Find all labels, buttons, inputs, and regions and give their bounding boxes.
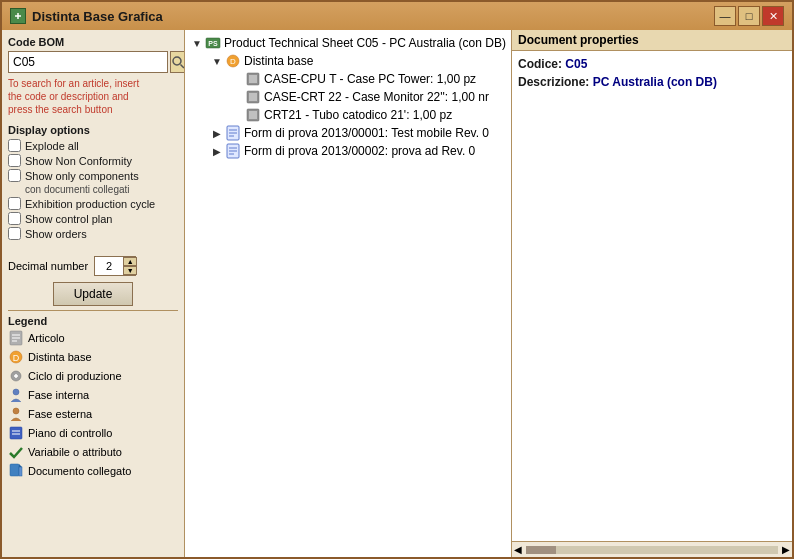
decimal-row: Decimal number ▲ ▼ [8,256,178,276]
svg-rect-28 [249,111,257,119]
descrizione-line: Descrizione: PC Australia (con DB) [518,75,786,89]
decimal-spinner: ▲ ▼ [94,256,136,276]
svg-point-13 [13,408,19,414]
components-label[interactable]: Show only components [25,170,139,182]
nonconf-label[interactable]: Show Non Conformity [25,155,132,167]
orders-checkbox[interactable] [8,227,21,240]
legend-fase-interna-label: Fase interna [28,389,89,401]
decimal-label: Decimal number [8,260,88,272]
svg-text:D: D [230,57,236,66]
spin-buttons: ▲ ▼ [123,257,137,275]
legend-item-articolo: Articolo [8,330,178,346]
legend-item-distinta: D Distinta base [8,349,178,365]
horizontal-scrollbar[interactable]: ◀ ▶ [512,541,792,557]
search-row [8,51,178,73]
tree-text-2: CASE-CPU T - Case PC Tower: 1,00 pz [264,72,476,86]
tree-item-1[interactable]: ▼ D Distinta base [189,52,507,70]
legend-item-piano: Piano di controllo [8,425,178,441]
option-nonconf-row: Show Non Conformity [8,154,178,167]
display-options-label: Display options [8,124,178,136]
left-panel: Code BOM To search for an article, inser… [2,30,185,557]
tree-text-6: Form di prova 2013/00002: prova ad Rev. … [244,144,475,158]
svg-rect-18 [19,467,22,476]
option-orders-row: Show orders [8,227,178,240]
right-panel: Document properties Codice: C05 Descrizi… [512,30,792,557]
svg-rect-26 [249,93,257,101]
minimize-button[interactable]: — [714,6,736,26]
doc-props-content: Codice: C05 Descrizione: PC Australia (c… [512,51,792,541]
explode-checkbox[interactable] [8,139,21,152]
expand-2: ▶ [229,71,245,87]
tree-text-3: CASE-CRT 22 - Case Monitor 22'': 1,00 nr [264,90,489,104]
expand-4: ▶ [229,107,245,123]
scroll-thumb[interactable] [526,546,556,554]
tree-item-4[interactable]: ▶ CRT21 - Tubo catodico 21': 1,00 pz [189,106,507,124]
tree-item-0[interactable]: ▼ PS Product Technical Sheet C05 - PC Au… [189,34,507,52]
distinta-tree-icon: D [225,53,241,69]
scroll-left-btn[interactable]: ◀ [514,544,522,555]
svg-point-12 [13,389,19,395]
legend-item-documento: Documento collegato [8,463,178,479]
main-content: Code BOM To search for an article, inser… [2,30,792,557]
nonconf-checkbox[interactable] [8,154,21,167]
expand-1[interactable]: ▼ [209,53,225,69]
codice-value: C05 [565,57,587,71]
app-icon [10,8,26,24]
case-cpu-icon [245,71,261,87]
svg-rect-24 [249,75,257,83]
maximize-button[interactable]: □ [738,6,760,26]
legend-variabile-label: Variabile o attributo [28,446,122,458]
descrizione-value: PC Australia (con DB) [593,75,717,89]
tree-item-5[interactable]: ▶ Form di prova 2013/00001: Test mobile … [189,124,507,142]
exhibition-checkbox[interactable] [8,197,21,210]
svg-rect-17 [10,464,19,476]
exhibition-label[interactable]: Exhibition production cycle [25,198,155,210]
form2-icon [225,143,241,159]
control-checkbox[interactable] [8,212,21,225]
update-button[interactable]: Update [53,282,133,306]
scroll-right-btn[interactable]: ▶ [782,544,790,555]
option-exhibition-row: Exhibition production cycle [8,197,178,210]
crt21-icon [245,107,261,123]
fase-interna-icon [8,387,24,403]
main-window: Distinta Base Grafica — □ ✕ Code BOM [0,0,794,559]
legend-item-ciclo: Ciclo di produzione [8,368,178,384]
legend-item-variabile: Variabile o attributo [8,444,178,460]
descrizione-key: Descrizione: [518,75,589,89]
window-title: Distinta Base Grafica [32,9,163,24]
option-components-row: Show only components [8,169,178,182]
legend-ciclo-label: Ciclo di produzione [28,370,122,382]
tree-item-6[interactable]: ▶ Form di prova 2013/00002: prova ad Rev… [189,142,507,160]
tree-item-3[interactable]: ▶ CASE-CRT 22 - Case Monitor 22'': 1,00 … [189,88,507,106]
svg-text:D: D [13,353,20,363]
expand-0[interactable]: ▼ [189,35,205,51]
decimal-input[interactable] [95,257,123,275]
svg-text:PS: PS [208,40,218,47]
legend-distinta-label: Distinta base [28,351,92,363]
codice-line: Codice: C05 [518,57,786,71]
close-button[interactable]: ✕ [762,6,784,26]
legend-item-fase-interna: Fase interna [8,387,178,403]
fase-esterna-icon [8,406,24,422]
search-input[interactable] [8,51,168,73]
tree-panel: ▼ PS Product Technical Sheet C05 - PC Au… [185,30,512,557]
legend-item-fase-esterna: Fase esterna [8,406,178,422]
documento-icon [8,463,24,479]
spin-up-button[interactable]: ▲ [123,257,137,266]
search-button[interactable] [170,51,185,73]
ciclo-icon [8,368,24,384]
title-bar: Distinta Base Grafica — □ ✕ [2,2,792,30]
expand-5[interactable]: ▶ [209,125,225,141]
legend-documento-label: Documento collegato [28,465,131,477]
form1-icon [225,125,241,141]
control-label[interactable]: Show control plan [25,213,112,225]
components-checkbox[interactable] [8,169,21,182]
scroll-track [526,546,778,554]
expand-6[interactable]: ▶ [209,143,225,159]
spin-down-button[interactable]: ▼ [123,266,137,275]
orders-label[interactable]: Show orders [25,228,87,240]
explode-label[interactable]: Explode all [25,140,79,152]
tree-item-2[interactable]: ▶ CASE-CPU T - Case PC Tower: 1,00 pz [189,70,507,88]
product-icon: PS [205,35,221,51]
option-explode-row: Explode all [8,139,178,152]
